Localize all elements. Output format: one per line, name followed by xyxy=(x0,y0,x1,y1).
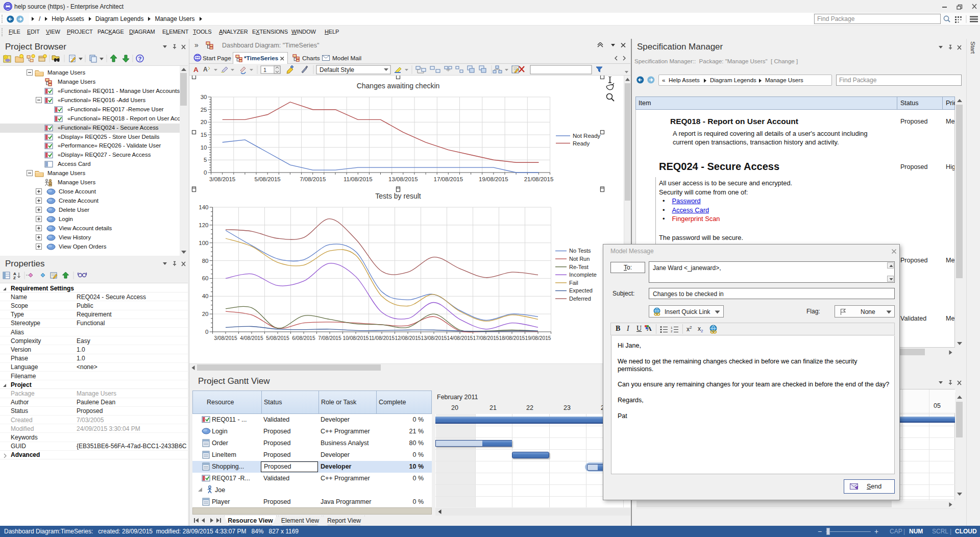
svg-text:4/08/2015: 4/08/2015 xyxy=(240,335,263,341)
svg-text:1: 1 xyxy=(263,67,266,73)
svg-text:Z: Z xyxy=(13,276,16,280)
svg-text:15: 15 xyxy=(201,132,207,138)
svg-text:11/08/2015: 11/08/2015 xyxy=(369,335,395,341)
svg-text:Not Ready: Not Ready xyxy=(573,133,601,139)
svg-text:60: 60 xyxy=(202,275,209,281)
svg-text:140: 140 xyxy=(199,204,208,210)
svg-text:Deferred: Deferred xyxy=(569,296,591,302)
svg-text:30: 30 xyxy=(201,94,207,100)
svg-text:21/08/2015: 21/08/2015 xyxy=(524,176,554,182)
svg-text:A: A xyxy=(193,66,199,74)
svg-text:A: A xyxy=(203,66,208,73)
svg-text:13/08/2015: 13/08/2015 xyxy=(421,335,447,341)
svg-text:0: 0 xyxy=(205,329,208,335)
svg-text:25: 25 xyxy=(201,107,207,113)
svg-text:17/08/2015: 17/08/2015 xyxy=(473,335,499,341)
svg-text:1: 1 xyxy=(671,326,673,329)
svg-text:Incomplete: Incomplete xyxy=(569,272,597,278)
svg-text:18/08/2015: 18/08/2015 xyxy=(499,335,525,341)
svg-text:10/08/2015: 10/08/2015 xyxy=(343,335,369,341)
svg-text:14/08/2015: 14/08/2015 xyxy=(447,335,473,341)
svg-text:2: 2 xyxy=(671,330,673,333)
svg-text:Default Style: Default Style xyxy=(320,66,354,74)
svg-text:?: ? xyxy=(138,56,142,62)
svg-text:80: 80 xyxy=(202,258,209,264)
svg-text:No Tests: No Tests xyxy=(569,248,591,254)
svg-text:5/08/2015: 5/08/2015 xyxy=(266,335,289,341)
svg-text:5: 5 xyxy=(204,157,207,163)
svg-text:3/08/2015: 3/08/2015 xyxy=(209,176,235,182)
svg-text:17/08/2015: 17/08/2015 xyxy=(434,176,463,182)
svg-text:3/08/2015: 3/08/2015 xyxy=(214,335,237,341)
svg-text:20: 20 xyxy=(202,311,209,317)
svg-text:7/08/2015: 7/08/2015 xyxy=(300,176,326,182)
svg-text:7/08/2015: 7/08/2015 xyxy=(318,335,341,341)
svg-text:Ready: Ready xyxy=(573,140,590,147)
svg-text:Tests by result: Tests by result xyxy=(375,192,421,200)
svg-text:40: 40 xyxy=(202,293,209,299)
svg-text:5/08/2015: 5/08/2015 xyxy=(255,176,281,182)
svg-text:19/08/2015: 19/08/2015 xyxy=(479,176,508,182)
svg-text:11/08/2015: 11/08/2015 xyxy=(344,176,373,182)
svg-text:100: 100 xyxy=(199,240,208,246)
svg-text:10: 10 xyxy=(201,144,207,151)
svg-text:Expected: Expected xyxy=(569,287,593,294)
svg-text:Changes awaiting checkin: Changes awaiting checkin xyxy=(357,82,440,90)
svg-text:0: 0 xyxy=(204,169,207,176)
svg-text:19/08/2015: 19/08/2015 xyxy=(525,335,551,341)
svg-text:Fail: Fail xyxy=(569,280,578,286)
svg-text:12/08/2015: 12/08/2015 xyxy=(395,335,421,341)
svg-text:120: 120 xyxy=(199,222,208,228)
svg-text:13/08/2015: 13/08/2015 xyxy=(388,176,418,182)
svg-text:6/08/2015: 6/08/2015 xyxy=(292,335,315,341)
svg-text:Not Run: Not Run xyxy=(569,256,590,262)
svg-text:Re-Test: Re-Test xyxy=(569,264,589,270)
svg-text:20: 20 xyxy=(201,119,207,125)
